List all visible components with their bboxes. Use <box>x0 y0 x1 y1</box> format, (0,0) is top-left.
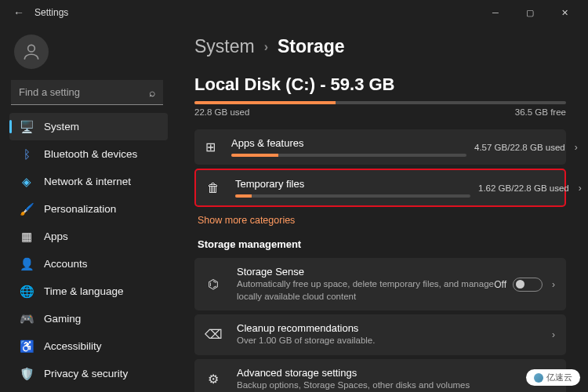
paintbrush-icon: 🖌️ <box>17 202 36 216</box>
sidebar-item-gaming[interactable]: 🎮Gaming <box>9 305 168 332</box>
apps-grid-icon: ⊞ <box>205 140 216 154</box>
sidebar-item-system[interactable]: 🖥️System <box>9 113 168 140</box>
row-desc: Over 1.00 GB of storage available. <box>237 335 552 347</box>
close-button[interactable]: ✕ <box>547 0 582 25</box>
category-usage-bar <box>231 154 466 157</box>
chevron-right-icon: › <box>575 142 578 153</box>
sidebar-item-label: Network & internet <box>44 176 131 187</box>
storage-sense-toggle[interactable] <box>513 278 543 292</box>
svg-point-0 <box>28 45 35 52</box>
sidebar-item-label: Accounts <box>44 258 88 270</box>
breadcrumb: System › Storage <box>194 36 566 57</box>
sidebar-item-label: Gaming <box>44 313 81 325</box>
sidebar-item-accounts[interactable]: 👤Accounts <box>9 250 168 278</box>
avatar[interactable] <box>14 34 49 69</box>
row-desc: Backup options, Storage Spaces, other di… <box>237 379 552 392</box>
back-button[interactable]: ← <box>6 6 31 19</box>
accounts-icon: 👤 <box>17 257 36 271</box>
user-icon <box>21 42 42 62</box>
disk-used-label: 22.8 GB used <box>194 107 249 117</box>
globe-clock-icon: 🌐 <box>17 285 36 299</box>
sidebar-item-label: System <box>44 121 79 132</box>
chevron-right-icon: › <box>552 279 555 290</box>
disk-usage-bar <box>194 101 566 104</box>
shield-icon: 🛡️ <box>17 367 36 381</box>
sidebar-item-label: Privacy & security <box>44 368 128 379</box>
search-input[interactable] <box>11 80 163 105</box>
cleanup-recommendations-row[interactable]: ⌫ Cleanup recommendations Over 1.00 GB o… <box>194 314 566 355</box>
toggle-state-label: Off <box>494 279 506 290</box>
sidebar-item-label: Bluetooth & devices <box>44 148 137 160</box>
search-icon: ⌕ <box>149 86 155 99</box>
bluetooth-icon: ᛒ <box>17 147 36 161</box>
broom-icon: ⌫ <box>205 327 221 342</box>
minimize-button[interactable]: ─ <box>478 0 513 25</box>
gear-icon: ⚙ <box>205 372 221 387</box>
category-apps-features[interactable]: ⊞ Apps & features 4.57 GB/22.8 GB used › <box>194 129 566 165</box>
watermark-logo-icon <box>534 373 543 383</box>
row-title: Cleanup recommendations <box>237 322 552 334</box>
apps-icon: ▦ <box>17 230 36 244</box>
gaming-icon: 🎮 <box>17 312 36 326</box>
category-value: 4.57 GB/22.8 GB used <box>474 143 565 152</box>
sidebar-item-network[interactable]: ◈Network & internet <box>9 168 168 195</box>
breadcrumb-parent[interactable]: System <box>194 36 255 57</box>
search-container: ⌕ <box>11 80 163 105</box>
disk-title: Local Disk (C:) - 59.3 GB <box>194 74 566 95</box>
chevron-right-icon: › <box>579 183 582 194</box>
watermark-text: 亿速云 <box>546 372 572 383</box>
maximize-button[interactable]: ▢ <box>513 0 547 25</box>
window-title: Settings <box>34 7 68 18</box>
trash-icon: 🗑 <box>207 181 220 195</box>
breadcrumb-current: Storage <box>278 36 345 57</box>
row-title: Storage Sense <box>237 266 494 278</box>
row-desc: Automatically free up space, delete temp… <box>237 278 494 303</box>
sidebar-item-time-language[interactable]: 🌐Time & language <box>9 278 168 305</box>
sidebar-item-label: Time & language <box>44 285 124 297</box>
disk-free-label: 36.5 GB free <box>515 107 566 117</box>
category-usage-bar <box>235 194 470 198</box>
system-icon: 🖥️ <box>17 120 36 134</box>
sweep-icon: ⌬ <box>205 277 221 292</box>
category-title: Temporary files <box>235 178 470 190</box>
sidebar-item-apps[interactable]: ▦Apps <box>9 223 168 250</box>
chevron-right-icon: › <box>552 329 555 340</box>
chevron-right-icon: › <box>264 40 268 54</box>
sidebar-item-privacy[interactable]: 🛡️Privacy & security <box>9 360 168 387</box>
watermark: 亿速云 <box>526 369 580 386</box>
sidebar-item-windows-update[interactable]: ↻Windows Update <box>9 387 168 392</box>
advanced-storage-row[interactable]: ⚙ Advanced storage settings Backup optio… <box>194 359 566 392</box>
show-more-categories[interactable]: Show more categories <box>198 215 566 226</box>
row-title: Advanced storage settings <box>237 367 552 379</box>
category-temporary-files[interactable]: 🗑 Temporary files 1.62 GB/22.8 GB used › <box>194 169 566 207</box>
category-value: 1.62 GB/22.8 GB used <box>478 183 569 193</box>
accessibility-icon: ♿ <box>17 339 36 354</box>
storage-sense-row[interactable]: ⌬ Storage Sense Automatically free up sp… <box>194 258 566 310</box>
storage-management-heading: Storage management <box>198 238 566 250</box>
sidebar-item-bluetooth[interactable]: ᛒBluetooth & devices <box>9 140 168 168</box>
category-title: Apps & features <box>231 137 466 149</box>
sidebar-item-label: Apps <box>44 230 68 242</box>
wifi-icon: ◈ <box>17 175 36 189</box>
sidebar-item-label: Personalization <box>44 203 116 215</box>
sidebar-item-label: Accessibility <box>44 340 102 352</box>
sidebar-item-accessibility[interactable]: ♿Accessibility <box>9 332 168 360</box>
sidebar-item-personalization[interactable]: 🖌️Personalization <box>9 195 168 223</box>
